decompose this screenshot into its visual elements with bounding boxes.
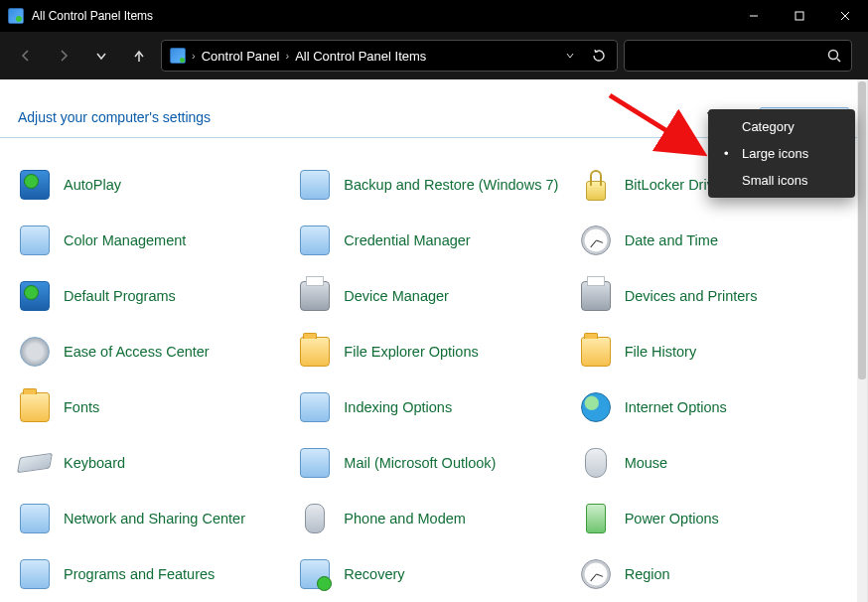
control-panel-item[interactable]: Mail (Microsoft Outlook) xyxy=(298,444,568,482)
address-history-button[interactable] xyxy=(561,51,579,61)
item-label[interactable]: Devices and Printers xyxy=(625,287,758,305)
close-button[interactable] xyxy=(822,0,868,32)
svg-line-6 xyxy=(837,59,840,62)
control-panel-item[interactable]: Default Programs xyxy=(18,277,288,315)
control-panel-item[interactable]: Mouse xyxy=(579,444,849,482)
chevron-right-icon[interactable]: › xyxy=(285,50,289,62)
control-panel-item[interactable]: File History xyxy=(579,333,849,371)
item-label[interactable]: Power Options xyxy=(625,510,719,527)
control-panel-item[interactable]: Region xyxy=(579,555,849,593)
maximize-button[interactable] xyxy=(777,0,822,32)
window-title: All Control Panel Items xyxy=(32,9,153,23)
item-icon xyxy=(579,502,613,535)
control-panel-item[interactable]: Devices and Printers xyxy=(579,277,849,315)
content-area: Adjust your computer's settings View by:… xyxy=(0,79,868,602)
item-icon xyxy=(298,279,332,313)
item-label[interactable]: Color Management xyxy=(64,231,186,249)
svg-rect-1 xyxy=(796,12,803,20)
item-label[interactable]: File Explorer Options xyxy=(344,343,478,361)
item-label[interactable]: AutoPlay xyxy=(64,176,121,194)
item-label[interactable]: Keyboard xyxy=(64,454,125,472)
dropdown-option-category[interactable]: Category xyxy=(708,113,855,140)
item-icon xyxy=(298,390,332,424)
dropdown-option-small-icons[interactable]: Small icons xyxy=(708,167,855,194)
item-label[interactable]: Mail (Microsoft Outlook) xyxy=(344,454,496,472)
item-label[interactable]: Phone and Modem xyxy=(344,510,466,527)
item-icon xyxy=(18,335,52,369)
items-grid: AutoPlayBackup and Restore (Windows 7)Bi… xyxy=(0,138,867,602)
item-label[interactable]: Region xyxy=(625,565,670,583)
item-label[interactable]: Network and Sharing Center xyxy=(64,510,245,527)
item-icon xyxy=(18,446,52,480)
control-panel-item[interactable]: Credential Manager xyxy=(298,222,568,259)
breadcrumb-root[interactable]: Control Panel xyxy=(202,49,280,64)
view-by-dropdown[interactable]: Category Large icons Small icons xyxy=(708,109,855,198)
scrollbar-thumb[interactable] xyxy=(858,81,866,379)
control-panel-item[interactable]: AutoPlay xyxy=(18,166,288,204)
item-label[interactable]: Indexing Options xyxy=(344,398,452,416)
dropdown-option-large-icons[interactable]: Large icons xyxy=(708,140,855,167)
refresh-button[interactable] xyxy=(585,49,613,63)
item-label[interactable]: Recovery xyxy=(344,565,404,583)
page-title: Adjust your computer's settings xyxy=(18,109,211,125)
item-label[interactable]: Ease of Access Center xyxy=(64,343,210,361)
control-panel-item[interactable]: Fonts xyxy=(18,388,288,426)
address-bar[interactable]: › Control Panel › All Control Panel Item… xyxy=(161,40,618,72)
chevron-right-icon[interactable]: › xyxy=(192,50,196,62)
control-panel-item[interactable]: Date and Time xyxy=(579,222,849,259)
item-icon xyxy=(18,502,52,535)
search-input[interactable] xyxy=(624,40,852,72)
control-panel-item[interactable]: Programs and Features xyxy=(18,555,288,593)
recent-locations-button[interactable] xyxy=(85,40,117,72)
item-icon xyxy=(579,168,613,202)
item-label[interactable]: Internet Options xyxy=(625,398,727,416)
toolbar: › Control Panel › All Control Panel Item… xyxy=(0,32,868,79)
breadcrumb-current[interactable]: All Control Panel Items xyxy=(295,49,426,64)
item-label[interactable]: Default Programs xyxy=(64,287,176,305)
item-icon xyxy=(298,446,332,480)
item-icon xyxy=(579,446,613,480)
control-panel-item[interactable]: Backup and Restore (Windows 7) xyxy=(298,166,568,204)
control-panel-item[interactable]: Ease of Access Center xyxy=(18,333,288,371)
item-label[interactable]: Date and Time xyxy=(625,231,718,249)
item-label[interactable]: Programs and Features xyxy=(64,565,215,583)
item-icon xyxy=(18,168,52,202)
scrollbar[interactable] xyxy=(857,79,867,602)
item-icon xyxy=(579,279,613,313)
control-panel-icon xyxy=(8,8,24,24)
item-icon xyxy=(298,335,332,369)
item-label[interactable]: Credential Manager xyxy=(344,231,470,249)
control-panel-item[interactable]: Color Management xyxy=(18,222,288,259)
item-label[interactable]: File History xyxy=(625,343,697,361)
control-panel-item[interactable]: Keyboard xyxy=(18,444,288,482)
item-icon xyxy=(579,335,613,369)
minimize-button[interactable] xyxy=(731,0,777,32)
back-button[interactable] xyxy=(10,40,42,72)
item-icon xyxy=(579,224,613,257)
control-panel-item[interactable]: File Explorer Options xyxy=(298,333,568,371)
forward-button[interactable] xyxy=(48,40,79,72)
control-panel-icon xyxy=(170,48,186,64)
item-label[interactable]: Backup and Restore (Windows 7) xyxy=(344,176,558,194)
control-panel-item[interactable]: Device Manager xyxy=(298,277,568,315)
control-panel-item[interactable]: Network and Sharing Center xyxy=(18,500,288,537)
control-panel-item[interactable]: Phone and Modem xyxy=(298,500,568,537)
control-panel-item[interactable]: Recovery xyxy=(298,555,568,593)
item-icon xyxy=(579,557,613,591)
item-icon xyxy=(579,390,613,424)
item-icon xyxy=(298,502,332,535)
item-icon xyxy=(18,390,52,424)
item-label[interactable]: Mouse xyxy=(625,454,668,472)
item-icon xyxy=(298,557,332,591)
item-icon xyxy=(298,224,332,257)
item-label[interactable]: Fonts xyxy=(64,398,99,416)
svg-point-5 xyxy=(829,51,838,60)
titlebar: All Control Panel Items xyxy=(0,0,868,32)
control-panel-item[interactable]: Indexing Options xyxy=(298,388,568,426)
control-panel-item[interactable]: Power Options xyxy=(579,500,849,537)
control-panel-item[interactable]: Internet Options xyxy=(579,388,849,426)
item-label[interactable]: Device Manager xyxy=(344,287,449,305)
item-icon xyxy=(18,279,52,313)
item-icon xyxy=(298,168,332,202)
up-button[interactable] xyxy=(123,40,155,72)
